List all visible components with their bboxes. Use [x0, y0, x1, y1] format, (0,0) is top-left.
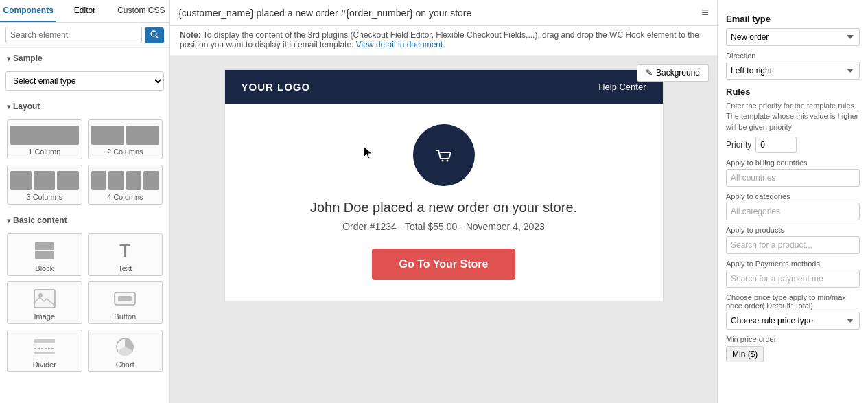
content-text[interactable]: T Text: [88, 233, 163, 276]
billing-label: Apply to billing countries: [726, 159, 860, 167]
svg-rect-4: [34, 290, 55, 308]
left-panel: Components Editor Custom CSS Sample Sele…: [0, 0, 170, 403]
layout-2col-icon: [91, 126, 160, 145]
categories-input[interactable]: [726, 203, 860, 220]
email-title-text: {customer_name} placed a new order #{ord…: [178, 8, 471, 19]
price-type-label: Choose price type apply to min/max price…: [726, 293, 860, 310]
layout-3col-icon: [10, 171, 79, 190]
priority-input[interactable]: [755, 137, 797, 153]
background-label: Background: [656, 68, 700, 78]
layout-3col[interactable]: 3 Columns: [7, 165, 82, 205]
basic-content-grid: Block T Text Image Button: [0, 231, 169, 378]
divider-icon: [32, 336, 58, 358]
layout-1col[interactable]: 1 Column: [7, 119, 82, 159]
content-chart[interactable]: Chart: [88, 330, 163, 372]
layout-2col[interactable]: 2 Columns: [88, 119, 163, 159]
block-label: Block: [35, 264, 54, 273]
svg-point-13: [441, 160, 443, 162]
content-button[interactable]: Button: [88, 281, 163, 324]
products-label: Apply to products: [726, 226, 860, 234]
layout-4col-label: 4 Columns: [91, 193, 160, 201]
tab-components[interactable]: Components: [0, 0, 56, 22]
block-icon: [32, 240, 58, 262]
canvas-area: ✎ Background YOUR LOGO Help Center John …: [170, 56, 717, 403]
background-button[interactable]: ✎ Background: [637, 64, 709, 82]
layout-4col[interactable]: 4 Columns: [88, 165, 163, 205]
direction-select[interactable]: Left to right Right to left: [726, 62, 860, 80]
search-button[interactable]: [145, 27, 164, 43]
payments-input[interactable]: [726, 270, 860, 288]
tab-editor[interactable]: Editor: [56, 0, 113, 22]
content-divider[interactable]: Divider: [7, 330, 82, 372]
priority-row: Priority: [726, 137, 860, 153]
svg-line-1: [156, 36, 159, 38]
layout-1col-icon: [10, 126, 79, 145]
note-prefix: Note:: [180, 30, 201, 40]
search-input[interactable]: [5, 27, 142, 43]
search-row: [0, 23, 169, 48]
sample-section-title[interactable]: Sample: [0, 48, 169, 69]
menu-button[interactable]: ≡: [701, 5, 709, 20]
categories-label: Apply to categories: [726, 192, 860, 200]
right-panel: Email type New order Processing order Co…: [717, 0, 868, 403]
svg-point-12: [430, 141, 458, 170]
sample-select[interactable]: Select email type: [5, 71, 164, 91]
text-icon: T: [112, 240, 138, 262]
layout-section-title[interactable]: Layout: [0, 96, 169, 117]
billing-countries-input[interactable]: [726, 169, 860, 187]
svg-point-5: [38, 293, 43, 297]
button-label: Button: [114, 312, 136, 321]
svg-rect-3: [35, 251, 54, 259]
min-price-row: Min ($): [726, 346, 860, 362]
products-input[interactable]: [726, 236, 860, 254]
text-label: Text: [118, 264, 132, 273]
svg-rect-7: [118, 296, 132, 301]
center-panel: {customer_name} placed a new order #{ord…: [170, 0, 717, 403]
chart-icon: [112, 336, 138, 358]
image-icon: [32, 288, 58, 310]
order-title: John Doe placed a new order on your stor…: [242, 200, 646, 216]
tabs-row: Components Editor Custom CSS: [0, 0, 169, 23]
tab-custom-css[interactable]: Custom CSS: [113, 0, 169, 22]
email-title-bar: {customer_name} placed a new order #{ord…: [170, 0, 717, 26]
email-preview: YOUR LOGO Help Center John Doe placed a …: [224, 69, 664, 301]
svg-point-14: [446, 160, 448, 162]
go-to-store-button[interactable]: Go To Your Store: [372, 249, 516, 280]
layout-1col-label: 1 Column: [10, 148, 79, 156]
email-type-title: Email type: [726, 14, 860, 24]
min-price-label: Min price order: [726, 335, 860, 343]
layout-4col-icon: [91, 171, 160, 190]
email-header: YOUR LOGO Help Center: [225, 70, 663, 104]
email-body: John Doe placed a new order on your stor…: [225, 104, 663, 301]
email-type-select[interactable]: New order Processing order Completed ord…: [726, 28, 860, 46]
background-icon: ✎: [646, 68, 653, 78]
email-logo: YOUR LOGO: [242, 81, 311, 93]
button-icon: [112, 288, 138, 310]
sample-select-row: Select email type: [0, 69, 169, 96]
price-type-select[interactable]: Choose rule price type: [726, 312, 860, 330]
basic-content-section-title[interactable]: Basic content: [0, 210, 169, 231]
direction-label: Direction: [726, 51, 860, 60]
email-help-center: Help Center: [598, 82, 646, 92]
svg-point-0: [151, 31, 156, 36]
order-detail: Order #1234 - Total $55.00 - November 4,…: [242, 221, 646, 232]
content-image[interactable]: Image: [7, 281, 82, 324]
svg-rect-10: [34, 352, 55, 354]
svg-rect-8: [34, 339, 55, 343]
layout-grid: 1 Column 2 Columns 3 Columns: [0, 117, 169, 210]
rules-title: Rules: [726, 87, 860, 97]
note-bar: Note: To display the content of the 3rd …: [170, 26, 717, 56]
note-link[interactable]: View detail in document.: [356, 40, 445, 49]
rules-description: Enter the priority for the template rule…: [726, 101, 860, 133]
layout-2col-label: 2 Columns: [91, 148, 160, 156]
min-price-button[interactable]: Min ($): [726, 346, 764, 362]
image-label: Image: [34, 312, 55, 321]
payments-label: Apply to Payments methods: [726, 260, 860, 268]
svg-rect-2: [35, 242, 54, 250]
priority-label: Priority: [726, 140, 751, 150]
cart-icon-circle: [413, 124, 475, 186]
divider-label: Divider: [33, 360, 56, 369]
chart-label: Chart: [116, 360, 134, 369]
layout-3col-label: 3 Columns: [10, 193, 79, 201]
content-block[interactable]: Block: [7, 233, 82, 276]
